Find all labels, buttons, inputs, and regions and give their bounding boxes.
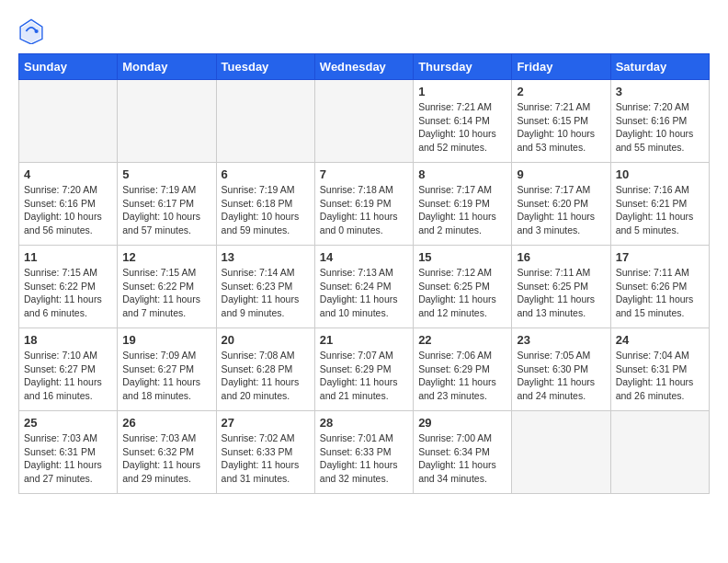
day-number: 14 [320,250,408,264]
day-info: Sunrise: 7:19 AM Sunset: 6:18 PM Dayligh… [222,183,310,237]
weekday-header-wednesday: Wednesday [314,54,413,80]
day-info: Sunrise: 7:20 AM Sunset: 6:16 PM Dayligh… [24,183,112,237]
calendar-cell: 12Sunrise: 7:15 AM Sunset: 6:22 PM Dayli… [118,246,216,328]
day-info: Sunrise: 7:00 AM Sunset: 6:34 PM Dayligh… [418,431,506,486]
day-number: 3 [616,85,704,98]
day-info: Sunrise: 7:21 AM Sunset: 6:14 PM Dayligh… [418,100,506,155]
day-number: 12 [122,250,210,264]
weekday-header-tuesday: Tuesday [216,54,314,80]
calendar-cell: 28Sunrise: 7:01 AM Sunset: 6:33 PM Dayli… [314,411,413,494]
day-number: 18 [24,333,112,347]
day-number: 10 [616,167,704,181]
day-info: Sunrise: 7:13 AM Sunset: 6:24 PM Dayligh… [320,266,408,320]
day-info: Sunrise: 7:03 AM Sunset: 6:32 PM Dayligh… [122,431,210,486]
day-number: 22 [418,333,506,347]
day-number: 4 [24,167,112,181]
day-info: Sunrise: 7:15 AM Sunset: 6:22 PM Dayligh… [24,266,112,320]
weekday-header-friday: Friday [512,54,610,80]
calendar-cell: 21Sunrise: 7:07 AM Sunset: 6:29 PM Dayli… [314,328,413,411]
calendar-cell: 22Sunrise: 7:06 AM Sunset: 6:29 PM Dayli… [414,328,512,411]
day-info: Sunrise: 7:02 AM Sunset: 6:33 PM Dayligh… [222,431,310,486]
calendar-week-row: 11Sunrise: 7:15 AM Sunset: 6:22 PM Dayli… [19,246,710,328]
day-number: 25 [24,416,112,430]
day-info: Sunrise: 7:05 AM Sunset: 6:30 PM Dayligh… [517,349,605,403]
calendar-week-row: 25Sunrise: 7:03 AM Sunset: 6:31 PM Dayli… [19,411,710,494]
calendar-cell: 23Sunrise: 7:05 AM Sunset: 6:30 PM Dayli… [512,328,610,411]
calendar-week-row: 18Sunrise: 7:10 AM Sunset: 6:27 PM Dayli… [19,328,710,411]
calendar-cell: 25Sunrise: 7:03 AM Sunset: 6:31 PM Dayli… [19,411,118,494]
day-number: 26 [122,416,210,430]
day-number: 2 [517,85,605,98]
calendar-cell: 13Sunrise: 7:14 AM Sunset: 6:23 PM Dayli… [216,246,314,328]
day-number: 20 [222,333,310,347]
calendar-week-row: 1Sunrise: 7:21 AM Sunset: 6:14 PM Daylig… [19,80,710,163]
day-number: 24 [616,333,704,347]
calendar-cell: 9Sunrise: 7:17 AM Sunset: 6:20 PM Daylig… [512,163,610,246]
day-number: 23 [517,333,605,347]
day-number: 7 [320,167,408,181]
day-number: 1 [418,85,506,98]
logo [18,18,48,44]
day-number: 15 [418,250,506,264]
calendar-cell: 26Sunrise: 7:03 AM Sunset: 6:32 PM Dayli… [118,411,216,494]
calendar-cell [19,80,118,163]
calendar-cell: 29Sunrise: 7:00 AM Sunset: 6:34 PM Dayli… [414,411,512,494]
day-info: Sunrise: 7:20 AM Sunset: 6:16 PM Dayligh… [616,100,704,155]
calendar-cell: 5Sunrise: 7:19 AM Sunset: 6:17 PM Daylig… [118,163,216,246]
day-info: Sunrise: 7:16 AM Sunset: 6:21 PM Dayligh… [616,183,704,237]
calendar-cell: 24Sunrise: 7:04 AM Sunset: 6:31 PM Dayli… [610,328,709,411]
day-info: Sunrise: 7:15 AM Sunset: 6:22 PM Dayligh… [122,266,210,320]
calendar-table: SundayMondayTuesdayWednesdayThursdayFrid… [18,53,710,494]
calendar-cell: 3Sunrise: 7:20 AM Sunset: 6:16 PM Daylig… [610,80,709,163]
calendar-cell: 14Sunrise: 7:13 AM Sunset: 6:24 PM Dayli… [314,246,413,328]
weekday-header-row: SundayMondayTuesdayWednesdayThursdayFrid… [19,54,710,80]
calendar-cell: 18Sunrise: 7:10 AM Sunset: 6:27 PM Dayli… [19,328,118,411]
day-info: Sunrise: 7:14 AM Sunset: 6:23 PM Dayligh… [222,266,310,320]
calendar-cell: 8Sunrise: 7:17 AM Sunset: 6:19 PM Daylig… [414,163,512,246]
logo-icon [18,18,44,44]
day-number: 21 [320,333,408,347]
calendar-cell: 20Sunrise: 7:08 AM Sunset: 6:28 PM Dayli… [216,328,314,411]
day-info: Sunrise: 7:21 AM Sunset: 6:15 PM Dayligh… [517,100,605,155]
weekday-header-saturday: Saturday [610,54,709,80]
day-number: 5 [122,167,210,181]
weekday-header-sunday: Sunday [19,54,118,80]
day-number: 29 [418,416,506,430]
day-info: Sunrise: 7:18 AM Sunset: 6:19 PM Dayligh… [320,183,408,237]
day-info: Sunrise: 7:17 AM Sunset: 6:20 PM Dayligh… [517,183,605,237]
day-number: 28 [320,416,408,430]
calendar-cell: 19Sunrise: 7:09 AM Sunset: 6:27 PM Dayli… [118,328,216,411]
day-info: Sunrise: 7:12 AM Sunset: 6:25 PM Dayligh… [418,266,506,320]
day-info: Sunrise: 7:07 AM Sunset: 6:29 PM Dayligh… [320,349,408,403]
day-number: 6 [222,167,310,181]
day-info: Sunrise: 7:08 AM Sunset: 6:28 PM Dayligh… [222,349,310,403]
day-info: Sunrise: 7:17 AM Sunset: 6:19 PM Dayligh… [418,183,506,237]
calendar-cell [610,411,709,494]
calendar-body: 1Sunrise: 7:21 AM Sunset: 6:14 PM Daylig… [19,80,710,494]
calendar-cell: 2Sunrise: 7:21 AM Sunset: 6:15 PM Daylig… [512,80,610,163]
calendar-cell: 11Sunrise: 7:15 AM Sunset: 6:22 PM Dayli… [19,246,118,328]
calendar-header: SundayMondayTuesdayWednesdayThursdayFrid… [19,54,710,80]
day-info: Sunrise: 7:11 AM Sunset: 6:26 PM Dayligh… [616,266,704,320]
calendar-cell [216,80,314,163]
calendar-cell: 10Sunrise: 7:16 AM Sunset: 6:21 PM Dayli… [610,163,709,246]
calendar-cell: 17Sunrise: 7:11 AM Sunset: 6:26 PM Dayli… [610,246,709,328]
calendar-cell: 15Sunrise: 7:12 AM Sunset: 6:25 PM Dayli… [414,246,512,328]
calendar-cell [314,80,413,163]
day-info: Sunrise: 7:01 AM Sunset: 6:33 PM Dayligh… [320,431,408,486]
calendar-cell [512,411,610,494]
day-info: Sunrise: 7:10 AM Sunset: 6:27 PM Dayligh… [24,349,112,403]
day-info: Sunrise: 7:03 AM Sunset: 6:31 PM Dayligh… [24,431,112,486]
svg-point-2 [35,29,39,33]
day-number: 19 [122,333,210,347]
calendar-cell [118,80,216,163]
day-number: 8 [418,167,506,181]
weekday-header-thursday: Thursday [414,54,512,80]
day-info: Sunrise: 7:06 AM Sunset: 6:29 PM Dayligh… [418,349,506,403]
day-number: 11 [24,250,112,264]
calendar-cell: 16Sunrise: 7:11 AM Sunset: 6:25 PM Dayli… [512,246,610,328]
day-info: Sunrise: 7:19 AM Sunset: 6:17 PM Dayligh… [122,183,210,237]
day-info: Sunrise: 7:09 AM Sunset: 6:27 PM Dayligh… [122,349,210,403]
calendar-cell: 6Sunrise: 7:19 AM Sunset: 6:18 PM Daylig… [216,163,314,246]
calendar-week-row: 4Sunrise: 7:20 AM Sunset: 6:16 PM Daylig… [19,163,710,246]
